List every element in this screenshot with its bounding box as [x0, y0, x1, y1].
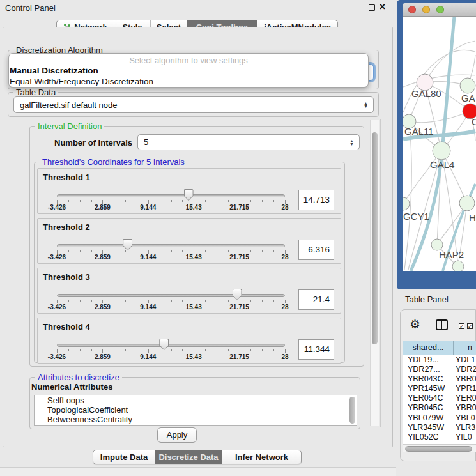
slider-track[interactable]	[57, 244, 285, 247]
threshold-panel: Threshold 1 -3.4262.8599.14415.4321.7152…	[37, 168, 341, 214]
node-gcy1[interactable]	[403, 197, 410, 210]
threshold-label: Threshold 1	[43, 173, 90, 182]
threshold-label: Threshold 3	[43, 272, 90, 282]
network-view-window: GAL80 GA C GAL11 GAL4 GCY1 H HAP2	[397, 0, 476, 289]
slider-tick-labels: -3.4262.8599.14415.4321.71528	[57, 204, 285, 211]
table-row[interactable]: YDR27...YDR2	[403, 365, 476, 374]
table-panel-title: Table Panel	[405, 295, 449, 304]
table-row[interactable]: YIL052CYIL0	[403, 433, 476, 442]
label-c-partial: C	[472, 116, 476, 127]
checkbox-icon[interactable]: ✓	[459, 323, 464, 329]
column-header-shared-name[interactable]: shared...	[403, 341, 454, 355]
tab-impute-data[interactable]: Impute Data	[93, 450, 155, 464]
slider-track[interactable]	[57, 344, 285, 347]
cell-name[interactable]: YLR3	[454, 423, 476, 433]
table-row[interactable]: YDL19...YDL1	[403, 355, 476, 365]
node-gal4[interactable]	[433, 142, 450, 160]
cell-name[interactable]: YDR2	[454, 365, 476, 374]
cell-name[interactable]: YDL1	[454, 355, 476, 365]
cell-name[interactable]: YPR1	[454, 384, 476, 394]
list-scrollbar-thumb[interactable]	[349, 397, 355, 424]
cell-shared-name[interactable]: YIL052C	[403, 433, 454, 442]
table-row[interactable]: YBR043CYBR0	[403, 374, 476, 384]
threshold-value-field[interactable]: 11.344	[298, 339, 334, 360]
node-table[interactable]: shared... n YDL19...YDL1YDR27...YDR2YBR0…	[403, 341, 476, 444]
table-row[interactable]: YBR045CYBR0	[403, 403, 476, 413]
horizontal-scrollbar-thumb[interactable]	[405, 446, 472, 452]
threshold-label: Threshold 2	[43, 222, 90, 232]
tab-label: Infer Network	[235, 452, 288, 462]
tab-label: Impute Data	[100, 452, 148, 462]
horizontal-scrollbar[interactable]	[403, 444, 476, 452]
cell-name[interactable]: YBR0	[454, 403, 476, 413]
apply-button[interactable]: Apply	[157, 427, 197, 443]
table-header-row: shared... n	[403, 341, 476, 355]
control-panel-title: Control Panel	[5, 3, 56, 13]
num-intervals-value: 5	[144, 137, 148, 147]
tab-discretize-data[interactable]: Discretize Data	[155, 450, 222, 464]
attribute-list-item[interactable]: BetweennessCentrality	[35, 415, 357, 424]
cell-name[interactable]: YIL0	[454, 433, 476, 442]
algorithm-dropdown-popup: Select algorithm to view settings Manual…	[8, 53, 369, 88]
table-row[interactable]: YER054CYER0	[403, 394, 476, 403]
checkbox-icon[interactable]: ✓	[467, 323, 473, 329]
cell-name[interactable]: YER0	[454, 394, 476, 403]
cell-shared-name[interactable]: YBR043C	[403, 374, 454, 384]
table-row[interactable]: YBL079WYBL0	[403, 413, 476, 423]
zoom-traffic-icon[interactable]	[436, 6, 444, 13]
thresholds-group-title: Threshold's Coordinates for 5 Intervals	[40, 157, 187, 167]
slider-track[interactable]	[57, 294, 285, 297]
cell-name[interactable]: YBL0	[454, 413, 476, 423]
threshold-value-field[interactable]: 21.4	[298, 289, 334, 310]
slider-thumb[interactable]	[123, 239, 132, 250]
cell-shared-name[interactable]: YER054C	[403, 394, 454, 403]
cell-shared-name[interactable]: YBL079W	[403, 413, 454, 423]
num-intervals-select[interactable]: 5 ▲▼	[137, 134, 360, 150]
settings-gear-icon[interactable]: ⚙	[410, 317, 420, 331]
split-view-icon[interactable]	[436, 319, 448, 330]
cell-shared-name[interactable]: YDL19...	[403, 355, 454, 365]
bottom-strip	[0, 468, 396, 476]
table-row[interactable]: YPR145WYPR1	[403, 384, 476, 394]
slider-thumb[interactable]	[159, 339, 169, 350]
vertical-scrollbar[interactable]	[370, 120, 379, 426]
float-window-icon[interactable]	[369, 4, 375, 11]
algorithm-option[interactable]: Equal Width/Frequency Discretization	[9, 76, 368, 87]
cell-name[interactable]: YBR0	[454, 374, 476, 384]
vertical-scrollbar-thumb[interactable]	[372, 132, 378, 344]
network-canvas[interactable]: GAL80 GA C GAL11 GAL4 GCY1 H HAP2	[403, 17, 476, 271]
bottom-tab-bar: Impute Data Discretize Data Infer Networ…	[93, 450, 302, 464]
table-rows: YDL19...YDL1YDR27...YDR2YBR043CYBR0YPR14…	[403, 355, 476, 442]
close-traffic-icon[interactable]	[408, 6, 416, 13]
tab-infer-network[interactable]: Infer Network	[222, 450, 301, 464]
threshold-value-field[interactable]: 6.316	[298, 240, 334, 260]
cell-shared-name[interactable]: YBR045C	[403, 403, 454, 413]
slider-tick-labels: -3.4262.8599.14415.4321.71528	[57, 353, 285, 361]
algorithm-option[interactable]: Manual Discretization	[9, 65, 368, 76]
slider-track[interactable]	[57, 194, 285, 197]
cell-shared-name[interactable]: YDR27...	[403, 365, 454, 374]
table-data-select[interactable]: galFiltered.sif default node ▲▼	[13, 96, 374, 113]
minimize-traffic-icon[interactable]	[422, 6, 430, 13]
label-gal4: GAL4	[430, 159, 454, 170]
column-header-name[interactable]: n	[454, 341, 476, 355]
attributes-group-title: Attributes to discretize	[35, 372, 122, 382]
table-data-group: Table Data galFiltered.sif default node …	[8, 92, 379, 117]
algorithm-options: Manual DiscretizationEqual Width/Frequen…	[9, 65, 368, 87]
slider-thumb[interactable]	[233, 289, 242, 300]
slider-thumb[interactable]	[184, 189, 194, 201]
stepper-arrows-icon: ▲▼	[364, 102, 368, 108]
attribute-list-item[interactable]: TopologicalCoefficient	[35, 405, 357, 415]
node-top-right[interactable]	[460, 78, 475, 93]
attribute-list-item[interactable]: SelfLoops	[35, 395, 357, 405]
numerical-attributes-list[interactable]: SelfLoopsTopologicalCoefficientBetweenne…	[34, 395, 357, 426]
threshold-value-field[interactable]: 14.713	[298, 190, 334, 210]
node-right-mid[interactable]	[459, 196, 475, 211]
close-icon[interactable]: ✕	[379, 2, 386, 12]
node-bottom-partial[interactable]	[452, 261, 464, 271]
cell-shared-name[interactable]: YLR345W	[403, 423, 454, 433]
table-row[interactable]: YLR345WYLR3	[403, 423, 476, 433]
stepper-arrows-icon: ▲▼	[349, 139, 354, 146]
table-data-group-title: Table Data	[13, 88, 58, 97]
cell-shared-name[interactable]: YPR145W	[403, 384, 454, 394]
